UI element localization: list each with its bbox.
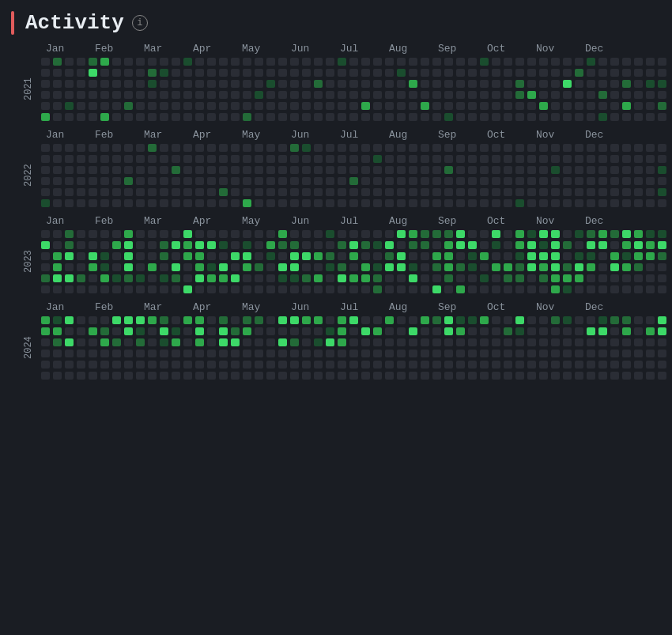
grid-cell[interactable] <box>468 327 477 335</box>
grid-cell[interactable] <box>290 166 299 174</box>
grid-cell[interactable] <box>551 166 560 174</box>
grid-cell[interactable] <box>338 144 346 152</box>
grid-cell[interactable] <box>338 166 346 174</box>
grid-cell[interactable] <box>326 361 334 369</box>
grid-cell[interactable] <box>302 350 311 357</box>
grid-cell[interactable] <box>195 144 204 152</box>
grid-cell[interactable] <box>492 188 500 196</box>
grid-cell[interactable] <box>53 113 62 121</box>
grid-cell[interactable] <box>219 230 228 238</box>
grid-cell[interactable] <box>278 350 287 357</box>
grid-cell[interactable] <box>219 188 228 196</box>
grid-cell[interactable] <box>314 372 323 380</box>
grid-cell[interactable] <box>195 177 204 185</box>
grid-cell[interactable] <box>480 285 489 293</box>
grid-cell[interactable] <box>338 230 346 238</box>
grid-cell[interactable] <box>183 144 192 152</box>
grid-cell[interactable] <box>195 338 204 346</box>
grid-cell[interactable] <box>53 241 62 249</box>
grid-cell[interactable] <box>124 177 133 185</box>
grid-cell[interactable] <box>160 274 168 282</box>
grid-cell[interactable] <box>266 338 275 346</box>
grid-cell[interactable] <box>65 285 74 293</box>
grid-cell[interactable] <box>148 372 157 380</box>
grid-cell[interactable] <box>290 361 299 369</box>
grid-cell[interactable] <box>207 285 216 293</box>
grid-cell[interactable] <box>409 144 417 152</box>
grid-cell[interactable] <box>551 91 560 99</box>
grid-cell[interactable] <box>349 155 358 163</box>
grid-cell[interactable] <box>622 327 631 335</box>
grid-cell[interactable] <box>480 350 489 357</box>
grid-cell[interactable] <box>160 177 168 185</box>
grid-cell[interactable] <box>89 327 97 335</box>
grid-cell[interactable] <box>266 69 275 77</box>
grid-cell[interactable] <box>373 285 382 293</box>
grid-cell[interactable] <box>456 177 465 185</box>
grid-cell[interactable] <box>587 177 595 185</box>
grid-cell[interactable] <box>219 58 228 66</box>
grid-cell[interactable] <box>492 177 500 185</box>
grid-cell[interactable] <box>492 338 500 346</box>
grid-cell[interactable] <box>160 144 168 152</box>
grid-cell[interactable] <box>409 327 417 335</box>
grid-cell[interactable] <box>421 144 429 152</box>
grid-cell[interactable] <box>207 338 216 346</box>
grid-cell[interactable] <box>610 102 619 110</box>
grid-cell[interactable] <box>492 166 500 174</box>
grid-cell[interactable] <box>397 263 406 271</box>
grid-cell[interactable] <box>243 327 251 335</box>
grid-cell[interactable] <box>243 252 251 260</box>
grid-cell[interactable] <box>492 274 500 282</box>
grid-cell[interactable] <box>278 188 287 196</box>
grid-cell[interactable] <box>385 263 394 271</box>
grid-cell[interactable] <box>515 350 524 357</box>
grid-cell[interactable] <box>112 177 121 185</box>
grid-cell[interactable] <box>183 285 192 293</box>
grid-cell[interactable] <box>255 252 263 260</box>
grid-cell[interactable] <box>278 166 287 174</box>
grid-cell[interactable] <box>41 338 50 346</box>
grid-cell[interactable] <box>480 316 489 324</box>
grid-cell[interactable] <box>290 285 299 293</box>
grid-cell[interactable] <box>373 91 382 99</box>
grid-cell[interactable] <box>124 166 133 174</box>
grid-cell[interactable] <box>77 361 85 369</box>
grid-cell[interactable] <box>539 177 548 185</box>
grid-cell[interactable] <box>361 177 370 185</box>
grid-cell[interactable] <box>278 274 287 282</box>
grid-cell[interactable] <box>515 155 524 163</box>
grid-cell[interactable] <box>468 241 477 249</box>
grid-cell[interactable] <box>373 327 382 335</box>
grid-cell[interactable] <box>53 80 62 88</box>
grid-cell[interactable] <box>658 155 666 163</box>
grid-cell[interactable] <box>456 102 465 110</box>
grid-cell[interactable] <box>563 155 572 163</box>
grid-cell[interactable] <box>575 199 583 207</box>
grid-cell[interactable] <box>53 263 62 271</box>
grid-cell[interactable] <box>456 188 465 196</box>
grid-cell[interactable] <box>432 361 441 369</box>
grid-cell[interactable] <box>160 338 168 346</box>
grid-cell[interactable] <box>432 188 441 196</box>
grid-cell[interactable] <box>551 316 560 324</box>
grid-cell[interactable] <box>409 263 417 271</box>
grid-cell[interactable] <box>480 327 489 335</box>
grid-cell[interactable] <box>373 361 382 369</box>
grid-cell[interactable] <box>326 263 334 271</box>
grid-cell[interactable] <box>598 372 607 380</box>
grid-cell[interactable] <box>183 361 192 369</box>
grid-cell[interactable] <box>492 144 500 152</box>
grid-cell[interactable] <box>634 230 643 238</box>
grid-cell[interactable] <box>278 58 287 66</box>
grid-cell[interactable] <box>207 166 216 174</box>
grid-cell[interactable] <box>100 372 109 380</box>
grid-cell[interactable] <box>266 252 275 260</box>
grid-cell[interactable] <box>53 166 62 174</box>
grid-cell[interactable] <box>136 91 145 99</box>
grid-cell[interactable] <box>468 285 477 293</box>
grid-cell[interactable] <box>302 230 311 238</box>
grid-cell[interactable] <box>551 241 560 249</box>
grid-cell[interactable] <box>515 113 524 121</box>
grid-cell[interactable] <box>302 80 311 88</box>
